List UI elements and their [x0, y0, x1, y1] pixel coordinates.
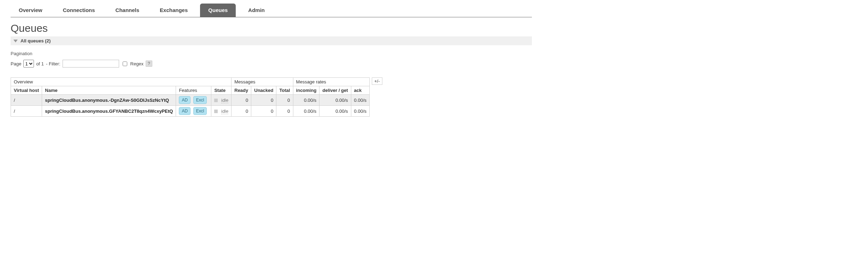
feature-ad-badge[interactable]: AD	[179, 96, 190, 104]
page-of-label: of 1	[36, 61, 44, 66]
state-indicator-icon	[214, 99, 218, 102]
col-incoming[interactable]: incoming	[293, 86, 319, 95]
col-deliver-get[interactable]: deliver / get	[319, 86, 351, 95]
state-indicator-icon	[214, 110, 218, 113]
nav-tabs: Overview Connections Channels Exchanges …	[11, 4, 532, 17]
group-messages: Messages	[231, 78, 293, 86]
group-message-rates: Message rates	[293, 78, 369, 86]
tab-queues[interactable]: Queues	[200, 4, 236, 17]
cell-total: 0	[276, 106, 293, 117]
state-text: idle	[221, 98, 228, 103]
group-overview: Overview	[11, 78, 231, 86]
queues-table: Overview Messages Message rates Virtual …	[11, 77, 370, 117]
cell-deliver-get: 0.00/s	[319, 106, 351, 117]
regex-label: Regex	[130, 61, 144, 66]
tab-connections[interactable]: Connections	[55, 4, 103, 17]
feature-excl-badge[interactable]: Excl	[193, 96, 207, 104]
cell-features: AD Excl	[176, 106, 211, 117]
queue-link[interactable]: springCloudBus.anonymous.-DgnZAw-S0GDIJs…	[45, 98, 169, 103]
col-unacked[interactable]: Unacked	[251, 86, 276, 95]
page-title: Queues	[11, 22, 532, 34]
cell-deliver-get: 0.00/s	[319, 95, 351, 106]
cell-unacked: 0	[251, 106, 276, 117]
section-all-queues[interactable]: All queues (2)	[11, 36, 532, 45]
col-vhost[interactable]: Virtual host	[11, 86, 42, 95]
cell-state: idle	[211, 106, 231, 117]
col-ack[interactable]: ack	[351, 86, 369, 95]
cell-vhost: /	[11, 106, 42, 117]
col-features[interactable]: Features	[176, 86, 211, 95]
cell-ack: 0.00/s	[351, 106, 369, 117]
page-select[interactable]: 1	[23, 60, 34, 68]
chevron-down-icon	[13, 40, 18, 42]
cell-incoming: 0.00/s	[293, 106, 319, 117]
queue-link[interactable]: springCloudBus.anonymous.GFYANBC2T8qzn4W…	[45, 109, 173, 114]
cell-total: 0	[276, 95, 293, 106]
tab-exchanges[interactable]: Exchanges	[152, 4, 196, 17]
table-row: / springCloudBus.anonymous.GFYANBC2T8qzn…	[11, 106, 370, 117]
tab-admin[interactable]: Admin	[240, 4, 273, 17]
col-total[interactable]: Total	[276, 86, 293, 95]
col-name[interactable]: Name	[42, 86, 176, 95]
state-text: idle	[221, 109, 228, 114]
cell-ready: 0	[231, 95, 251, 106]
cell-ack: 0.00/s	[351, 95, 369, 106]
tab-channels[interactable]: Channels	[107, 4, 148, 17]
cell-features: AD Excl	[176, 95, 211, 106]
col-state[interactable]: State	[211, 86, 231, 95]
cell-incoming: 0.00/s	[293, 95, 319, 106]
regex-checkbox[interactable]	[123, 62, 127, 66]
cell-unacked: 0	[251, 95, 276, 106]
filter-input[interactable]	[63, 60, 119, 68]
regex-help-button[interactable]: ?	[146, 60, 152, 67]
cell-vhost: /	[11, 95, 42, 106]
table-row: / springCloudBus.anonymous.-DgnZAw-S0GDI…	[11, 95, 370, 106]
section-header-label: All queues (2)	[20, 38, 51, 43]
columns-toggle-button[interactable]: +/-	[372, 77, 382, 85]
tab-overview[interactable]: Overview	[11, 4, 51, 17]
feature-ad-badge[interactable]: AD	[179, 107, 190, 115]
feature-excl-badge[interactable]: Excl	[193, 107, 207, 115]
col-ready[interactable]: Ready	[231, 86, 251, 95]
pagination-controls: Page 1 of 1 - Filter: Regex ?	[11, 60, 532, 68]
cell-ready: 0	[231, 106, 251, 117]
cell-state: idle	[211, 95, 231, 106]
filter-label: - Filter:	[46, 61, 60, 66]
pagination-heading: Pagination	[11, 51, 532, 56]
page-label: Page	[11, 61, 21, 66]
